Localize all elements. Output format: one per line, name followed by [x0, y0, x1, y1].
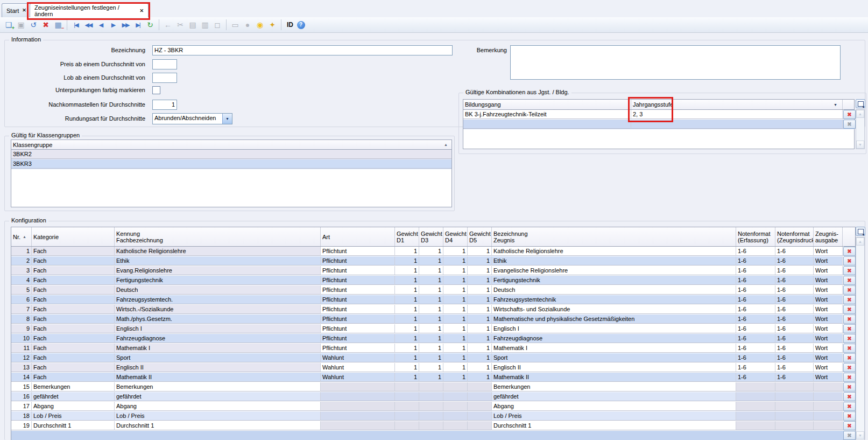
zeugnisausgabe-cell[interactable] — [814, 411, 843, 421]
gewicht-d4-cell[interactable] — [443, 421, 468, 430]
kennung-cell[interactable]: Mathematik II — [115, 373, 321, 382]
gewicht-d1-cell[interactable]: 1 — [395, 305, 419, 314]
art-cell[interactable]: Pflichtunt — [321, 334, 395, 343]
gewicht-d1-cell[interactable]: 1 — [395, 247, 419, 256]
notenformat-zeugnisdruck-cell[interactable]: 1-6 — [775, 334, 814, 343]
konfiguration-row[interactable]: 15BemerkungenBemerkungenBemerkungen✖ — [11, 382, 856, 392]
gewicht-d5-cell[interactable]: 1 — [468, 353, 492, 362]
gewicht-d1-cell[interactable]: 1 — [395, 285, 419, 295]
scroll-up-icon[interactable]: ▲ — [856, 110, 864, 118]
konfiguration-row[interactable]: 11FachMathematik IPflichtunt1111Mathemat… — [11, 344, 856, 353]
konfiguration-row[interactable]: 17AbgangAbgangAbgang✖ — [11, 402, 856, 411]
notenformat-zeugnisdruck-cell[interactable]: 1-6 — [775, 363, 814, 372]
nr-cell[interactable]: 16 — [11, 392, 32, 401]
new-record-icon[interactable]: ❏+ — [3, 19, 14, 30]
art-cell[interactable]: Pflichtunt — [321, 295, 395, 304]
kategorie-cell[interactable]: Fach — [32, 305, 115, 314]
column-header-notenformat-erfassung[interactable]: Notenformat (Erfassung) — [736, 227, 775, 246]
gewicht-d4-cell[interactable] — [443, 392, 468, 401]
gewicht-d3-cell[interactable]: 1 — [419, 295, 443, 304]
gewicht-d3-cell[interactable]: 1 — [419, 266, 443, 275]
bezeichnung-zeugnis-cell[interactable]: Katholische Religionslehre — [492, 247, 736, 256]
column-header-notenformat-zeugnisdruck[interactable]: Notenformat (Zeugnisdruck) — [775, 227, 814, 246]
prior-record-icon[interactable]: ◀ — [95, 19, 106, 30]
gewicht-d3-cell[interactable]: 1 — [419, 353, 443, 362]
delete-row-button[interactable]: ✖ — [843, 353, 856, 362]
bezeichnung-zeugnis-cell[interactable]: gefährdet — [492, 392, 736, 401]
gewicht-d3-cell[interactable] — [419, 392, 443, 401]
next-record-icon[interactable]: ▶ — [108, 19, 118, 30]
nachkommastellen-input[interactable] — [152, 100, 177, 110]
notenformat-zeugnisdruck-cell[interactable] — [775, 382, 814, 392]
nr-cell[interactable]: 19 — [11, 421, 32, 430]
lob-input[interactable] — [152, 73, 177, 83]
klassengruppe-row-3bkr2[interactable]: 3BKR2 — [11, 150, 451, 159]
notenformat-zeugnisdruck-cell[interactable]: 1-6 — [775, 247, 814, 256]
zeugnisausgabe-cell[interactable]: Wort — [814, 266, 843, 275]
notenformat-zeugnisdruck-cell[interactable]: 1-6 — [775, 276, 814, 285]
jahrgangsstufe-cell[interactable] — [631, 120, 843, 129]
notenformat-erfassung-cell[interactable]: 1-6 — [736, 344, 775, 353]
kennung-cell[interactable]: gefährdet — [115, 392, 321, 401]
delete-row-button[interactable]: ✖ — [843, 295, 856, 304]
konfiguration-row[interactable]: 8FachMath./phys.Gesetzm.Pflichtunt1111Ma… — [11, 315, 856, 324]
notenformat-zeugnisdruck-cell[interactable]: 1-6 — [775, 373, 814, 382]
notenformat-erfassung-cell[interactable] — [736, 402, 775, 411]
gewicht-d1-cell[interactable] — [395, 411, 419, 421]
delete-row-button[interactable]: ✖ — [843, 247, 856, 256]
notenformat-zeugnisdruck-cell[interactable]: 1-6 — [775, 266, 814, 275]
gewicht-d3-cell[interactable]: 1 — [419, 324, 443, 333]
konfiguration-row[interactable]: 7FachWirtsch.-/SozialkundePflichtunt1111… — [11, 305, 856, 315]
delete-kombination-button[interactable]: ✖ — [843, 110, 856, 119]
zeugnisausgabe-cell[interactable] — [814, 382, 843, 392]
kennung-cell[interactable]: Evang.Religionslehre — [115, 266, 321, 275]
delete-row-button[interactable]: ✖ — [843, 334, 856, 343]
kategorie-cell[interactable]: Fach — [32, 285, 115, 295]
notenformat-erfassung-cell[interactable]: 1-6 — [736, 305, 775, 314]
kombination-row[interactable]: BK 3-j.Fahrzeugtechnik-Teilzeit2, 3✖ — [463, 110, 855, 120]
nr-cell[interactable]: 15 — [11, 382, 32, 392]
kategorie-cell[interactable]: Fach — [32, 315, 115, 324]
edit-form-icon[interactable]: ▦− — [53, 19, 63, 30]
tab-zeugniseinstellungen[interactable]: Zeugniseinstellungen festlegen / ändern … — [30, 3, 149, 18]
zeugnisausgabe-cell[interactable]: Wort — [814, 315, 843, 324]
zeugnisausgabe-cell[interactable]: Wort — [814, 256, 843, 266]
kennung-cell[interactable]: Katholische Religionslehre — [115, 247, 321, 256]
konfiguration-row[interactable]: 3FachEvang.ReligionslehrePflichtunt1111E… — [11, 266, 856, 276]
gewicht-d3-cell[interactable]: 1 — [419, 256, 443, 266]
gewicht-d4-cell[interactable]: 1 — [443, 363, 468, 372]
konfiguration-row[interactable]: 1FachKatholische ReligionslehrePflichtun… — [11, 247, 856, 256]
bezeichnung-zeugnis-cell[interactable]: Evangelische Religionslehre — [492, 266, 736, 275]
kennung-cell[interactable]: Math./phys.Gesetzm. — [115, 315, 321, 324]
zeugnisausgabe-cell[interactable]: Wort — [814, 324, 843, 333]
art-cell[interactable]: Pflichtunt — [321, 247, 395, 256]
rundungsart-combo[interactable]: Abrunden/Abschneiden ▼ — [152, 113, 232, 124]
klassengruppe-cell[interactable]: 3BKR2 — [11, 150, 451, 159]
art-cell[interactable] — [321, 411, 395, 421]
art-cell[interactable]: Pflichtunt — [321, 256, 395, 266]
gewicht-d4-cell[interactable]: 1 — [443, 295, 468, 304]
bezeichnung-zeugnis-cell[interactable]: Englisch I — [492, 324, 736, 333]
zeugnisausgabe-cell[interactable]: Wort — [814, 363, 843, 372]
gewicht-d1-cell[interactable]: 1 — [395, 276, 419, 285]
scroll-down-icon[interactable]: ▼ — [856, 141, 864, 149]
refresh-icon[interactable]: ↻ — [145, 19, 156, 30]
column-header-bezeichnung-zeugnis[interactable]: Bezeichnung Zeugnis — [492, 227, 736, 246]
gewicht-d3-cell[interactable]: 1 — [419, 276, 443, 285]
delete-row-button[interactable]: ✖ — [843, 402, 856, 411]
gewicht-d5-cell[interactable] — [468, 382, 492, 392]
kategorie-cell[interactable]: Fach — [32, 334, 115, 343]
notenformat-zeugnisdruck-cell[interactable]: 1-6 — [775, 256, 814, 266]
jahrgangsstufe-dropdown-icon[interactable]: ▼ — [834, 103, 837, 107]
konfiguration-row[interactable]: 19Durchschnitt 1Durchschnitt 1Durchschni… — [11, 421, 856, 431]
delete-row-button[interactable]: ✖ — [843, 392, 856, 401]
gewicht-d3-cell[interactable]: 1 — [419, 363, 443, 372]
art-cell[interactable]: Wahlunt — [321, 373, 395, 382]
kennung-cell[interactable]: Durchschnitt 1 — [115, 421, 321, 430]
nr-cell[interactable]: 9 — [11, 324, 32, 333]
delete-row-button[interactable]: ✖ — [843, 276, 856, 285]
art-cell[interactable] — [321, 382, 395, 392]
bildungsgang-cell[interactable] — [463, 120, 631, 129]
gewicht-d4-cell[interactable]: 1 — [443, 353, 468, 362]
art-cell[interactable] — [321, 421, 395, 430]
